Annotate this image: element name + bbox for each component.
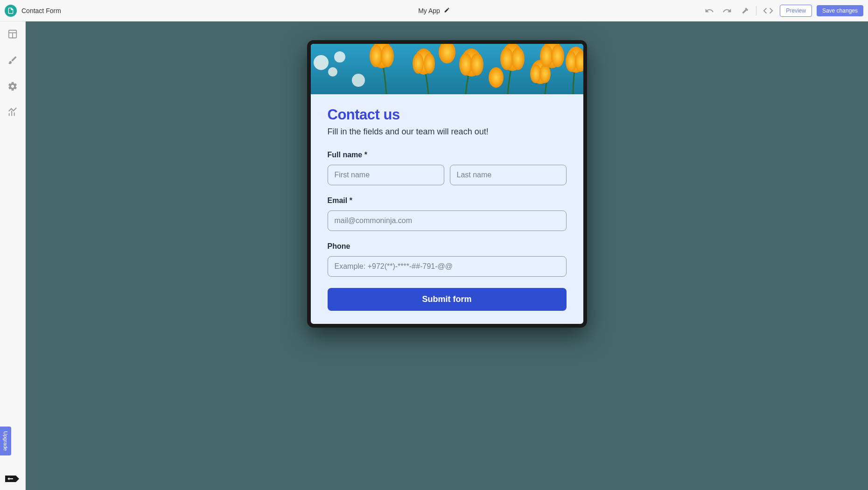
svg-point-16 xyxy=(413,53,424,74)
svg-point-13 xyxy=(370,45,383,67)
code-icon[interactable] xyxy=(761,4,775,18)
svg-point-21 xyxy=(470,53,483,76)
svg-point-11 xyxy=(352,74,365,87)
contact-form-card: Contact us Fill in the fields and our te… xyxy=(307,40,587,328)
layout-icon[interactable] xyxy=(6,27,20,43)
edit-icon[interactable] xyxy=(444,7,450,15)
first-name-input[interactable] xyxy=(328,165,444,185)
svg-point-25 xyxy=(511,48,525,70)
email-group: Email * xyxy=(328,196,567,231)
brush-icon[interactable] xyxy=(6,53,20,69)
form-hero-image xyxy=(311,44,583,94)
toolbar-divider xyxy=(756,6,756,15)
upgrade-tab[interactable]: Upgrade xyxy=(0,427,11,455)
phone-group: Phone xyxy=(328,242,567,277)
svg-point-14 xyxy=(381,45,394,67)
app-title[interactable]: My App xyxy=(418,7,440,14)
app-logo-icon[interactable] xyxy=(5,5,17,17)
form-title: Contact us xyxy=(328,106,567,123)
fullname-group: Full name * xyxy=(328,151,567,185)
svg-point-30 xyxy=(540,45,553,67)
phone-label: Phone xyxy=(328,242,567,251)
svg-point-9 xyxy=(328,67,337,77)
last-name-input[interactable] xyxy=(450,165,567,185)
topbar-center: My App xyxy=(418,7,450,15)
top-toolbar: Contact Form My App Preview Save changes xyxy=(0,0,868,21)
upgrade-label: Upgrade xyxy=(3,431,8,451)
topbar-left: Contact Form xyxy=(5,5,61,17)
left-sidebar xyxy=(0,21,26,490)
preview-button[interactable]: Preview xyxy=(780,5,812,17)
name-row xyxy=(328,165,567,185)
svg-point-17 xyxy=(424,53,435,74)
svg-point-31 xyxy=(551,45,564,67)
svg-point-8 xyxy=(314,55,329,70)
chart-icon[interactable] xyxy=(6,105,20,121)
svg-point-20 xyxy=(459,53,472,76)
hammer-icon[interactable] xyxy=(738,4,751,17)
editor-canvas: Contact us Fill in the fields and our te… xyxy=(26,21,868,490)
page-name: Contact Form xyxy=(21,7,61,14)
email-input[interactable] xyxy=(328,210,567,231)
save-changes-button[interactable]: Save changes xyxy=(817,5,863,16)
form-subtitle: Fill in the fields and our team will rea… xyxy=(328,127,567,137)
footer-logo-icon[interactable] xyxy=(4,474,21,484)
submit-form-button[interactable]: Submit form xyxy=(328,288,567,311)
form-body: Contact us Fill in the fields and our te… xyxy=(311,94,583,324)
svg-point-22 xyxy=(489,67,504,88)
svg-point-24 xyxy=(500,48,513,70)
redo-icon[interactable] xyxy=(721,4,734,17)
undo-icon[interactable] xyxy=(703,4,716,17)
svg-point-10 xyxy=(334,51,345,63)
gear-icon[interactable] xyxy=(6,79,20,95)
fullname-label: Full name * xyxy=(328,151,567,159)
email-label: Email * xyxy=(328,196,567,205)
phone-input[interactable] xyxy=(328,256,567,277)
topbar-right: Preview Save changes xyxy=(703,4,863,18)
